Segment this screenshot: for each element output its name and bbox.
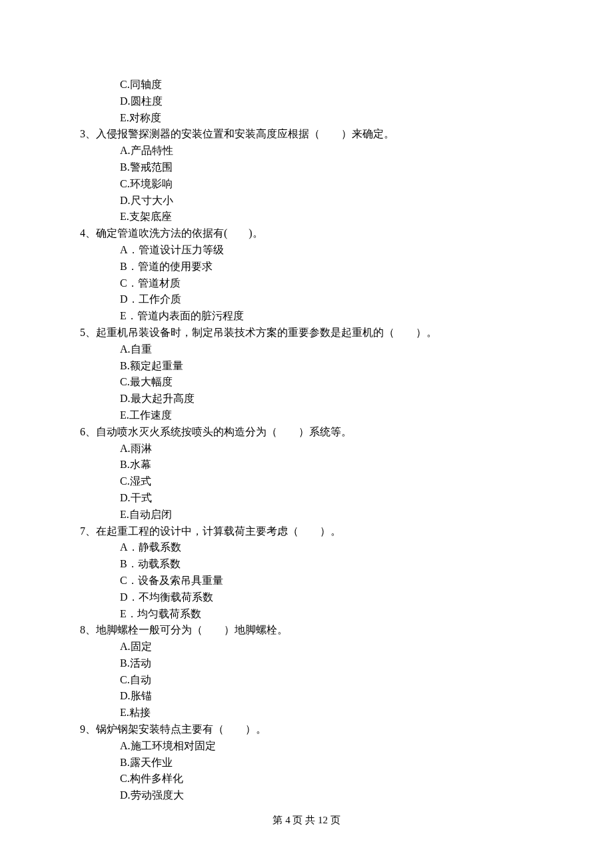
question-stem: 7、在起重工程的设计中，计算载荷主要考虑（ ）。 <box>80 523 533 540</box>
option-text: B.警戒范围 <box>80 159 533 176</box>
option-text: B.露天作业 <box>80 755 533 771</box>
option-text: D.圆柱度 <box>80 93 533 110</box>
option-text: C.同轴度 <box>80 77 533 93</box>
option-text: D.胀锚 <box>80 688 533 705</box>
page-footer: 第 4 页 共 12 页 <box>0 813 613 828</box>
option-text: D.尺寸大小 <box>80 193 533 209</box>
option-text: B．管道的使用要求 <box>80 259 533 275</box>
option-text: C.构件多样化 <box>80 771 533 787</box>
question-stem: 5、起重机吊装设备时，制定吊装技术方案的重要参数是起重机的（ ）。 <box>80 325 533 341</box>
option-text: E.支架底座 <box>80 209 533 225</box>
question-stem: 4、确定管道吹洗方法的依据有( )。 <box>80 225 533 242</box>
option-text: C.最大幅度 <box>80 374 533 391</box>
option-text: C.自动 <box>80 672 533 689</box>
option-text: E．均匀载荷系数 <box>80 606 533 623</box>
option-text: A.产品特性 <box>80 143 533 159</box>
page-content: C.同轴度 D.圆柱度 E.对称度 3、入侵报警探测器的安装位置和安装高度应根据… <box>0 0 613 804</box>
option-text: E.工作速度 <box>80 407 533 424</box>
question-stem: 9、锅炉钢架安装特点主要有（ ）。 <box>80 721 533 738</box>
option-text: B.水幕 <box>80 457 533 473</box>
option-text: D.干式 <box>80 490 533 507</box>
option-text: E.自动启闭 <box>80 507 533 523</box>
option-text: C．设备及索吊具重量 <box>80 573 533 589</box>
option-text: B.额定起重量 <box>80 358 533 375</box>
option-text: D.最大起升高度 <box>80 391 533 407</box>
question-stem: 8、地脚螺栓一般可分为（ ）地脚螺栓。 <box>80 622 533 639</box>
option-text: A.雨淋 <box>80 441 533 457</box>
question-stem: 3、入侵报警探测器的安装位置和安装高度应根据（ ）来确定。 <box>80 126 533 143</box>
option-text: C.环境影响 <box>80 176 533 193</box>
option-text: D．不均衡载荷系数 <box>80 589 533 606</box>
option-text: A．静载系数 <box>80 539 533 556</box>
option-text: D.劳动强度大 <box>80 787 533 804</box>
option-text: E.对称度 <box>80 110 533 127</box>
option-text: B．动载系数 <box>80 556 533 573</box>
option-text: B.活动 <box>80 655 533 672</box>
option-text: A.自重 <box>80 341 533 358</box>
option-text: A.固定 <box>80 639 533 655</box>
option-text: C．管道材质 <box>80 275 533 292</box>
option-text: A．管道设计压力等级 <box>80 242 533 259</box>
option-text: E.粘接 <box>80 705 533 721</box>
option-text: D．工作介质 <box>80 291 533 308</box>
option-text: C.湿式 <box>80 473 533 490</box>
option-text: E．管道内表面的脏污程度 <box>80 308 533 325</box>
question-stem: 6、自动喷水灭火系统按喷头的构造分为（ ）系统等。 <box>80 424 533 441</box>
option-text: A.施工环境相对固定 <box>80 738 533 755</box>
